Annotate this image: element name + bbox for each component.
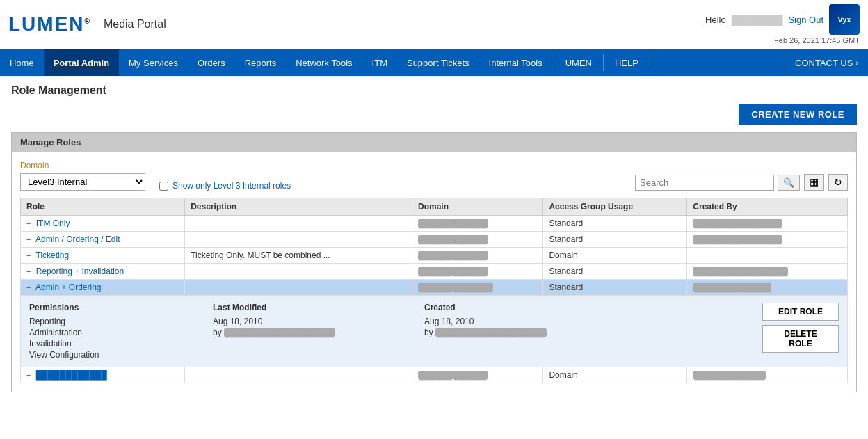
domain-section: Domain Level3 Internal External Other xyxy=(20,161,145,191)
page-content: Role Management CREATE NEW ROLE Manage R… xyxy=(0,76,868,401)
col-domain: Domain xyxy=(412,198,543,216)
col-description: Description xyxy=(185,198,412,216)
table-row: + Reporting + Invalidation ██████ ██████… xyxy=(21,264,848,280)
nav-network-tools[interactable]: Network Tools xyxy=(286,49,362,76)
top-header: LUMEN® Media Portal Hello ████████ Sign … xyxy=(0,0,868,49)
role-cell: + ITM Only xyxy=(21,216,185,232)
checkbox-area: Show only Level 3 Internal roles xyxy=(159,181,291,191)
nav-orders[interactable]: Orders xyxy=(188,49,235,76)
access-group-cell-partial: Domain xyxy=(543,367,687,383)
nav-my-services[interactable]: My Services xyxy=(119,49,188,76)
nav-separator-1 xyxy=(554,54,554,71)
role-link[interactable]: ITM Only xyxy=(36,218,70,228)
nav-portal-admin[interactable]: Portal Admin xyxy=(44,49,119,76)
right-controls: 🔍 ▦ ↻ xyxy=(635,174,848,191)
permission-administration: Administration xyxy=(29,328,210,337)
header-right: Hello ████████ Sign Out Vyx Feb 26, 2021… xyxy=(705,4,860,45)
manage-panel-header: Manage Roles xyxy=(12,133,856,152)
detail-row: Permissions Reporting Administration Inv… xyxy=(21,296,848,367)
create-btn-row: CREATE NEW ROLE xyxy=(11,104,857,125)
page-title: Role Management xyxy=(11,84,857,97)
logo: LUMEN® xyxy=(8,13,91,35)
description-cell xyxy=(185,280,412,296)
table-header: Role Description Domain Access Group Usa… xyxy=(21,198,848,216)
domain-cell: ██████ ██████ xyxy=(412,216,543,232)
nav-help[interactable]: HELP xyxy=(605,49,648,76)
domain-cell-partial: ██████ ██████ xyxy=(412,367,543,383)
permission-invalidation: Invalidation xyxy=(29,339,210,349)
last-modified-by: by ████████████████████ xyxy=(213,328,421,337)
refresh-button[interactable]: ↻ xyxy=(828,174,848,191)
role-cell: − Admin + Ordering xyxy=(21,280,185,296)
permissions-header: Permissions xyxy=(29,303,210,312)
table-body: + ITM Only ██████ ██████ Standard ██████… xyxy=(21,216,848,383)
create-new-role-button[interactable]: CREATE NEW ROLE xyxy=(739,104,857,125)
description-cell xyxy=(185,216,412,232)
nav-itm[interactable]: ITM xyxy=(362,49,397,76)
role-cell-partial: + ████████████ xyxy=(21,367,185,383)
role-link[interactable]: Reporting + Invalidation xyxy=(36,266,124,276)
domain-cell: ██████ ███████ xyxy=(412,280,543,296)
description-cell-partial xyxy=(185,367,412,383)
nav-reports[interactable]: Reports xyxy=(235,49,287,76)
header-user: Hello ████████ Sign Out Vyx xyxy=(705,4,860,35)
expand-icon[interactable]: + xyxy=(26,267,31,276)
delete-role-button[interactable]: DELETE ROLE xyxy=(762,325,839,353)
search-input[interactable] xyxy=(635,175,774,191)
detail-grid: Permissions Reporting Administration Inv… xyxy=(29,303,839,360)
role-cell: + Admin / Ordering / Edit xyxy=(21,232,185,248)
nav-support-tickets[interactable]: Support Tickets xyxy=(397,49,479,76)
last-modified-header: Last Modified xyxy=(213,303,421,312)
description-cell: Ticketing Only. MUST be combined ... xyxy=(185,248,412,264)
level3-checkbox[interactable] xyxy=(159,182,168,191)
nav-home[interactable]: Home xyxy=(0,49,44,76)
search-button[interactable]: 🔍 xyxy=(778,175,800,191)
description-cell xyxy=(185,264,412,280)
permission-view-config: View Configuration xyxy=(29,350,210,360)
role-link-partial[interactable]: ████████████ xyxy=(36,370,107,380)
role-link[interactable]: Ticketing xyxy=(36,250,70,260)
nav-umen[interactable]: UMEN xyxy=(556,49,602,76)
table-row-selected: − Admin + Ordering ██████ ███████ Standa… xyxy=(21,280,848,296)
created-by-cell: ██████████████ xyxy=(687,280,848,296)
expand-icon[interactable]: + xyxy=(26,251,31,260)
header-datetime: Feb 26, 2021 17:45 GMT xyxy=(774,36,860,45)
last-modified-date: Aug 18, 2010 xyxy=(213,317,421,326)
edit-role-button[interactable]: EDIT ROLE xyxy=(762,303,839,321)
role-link[interactable]: Admin + Ordering xyxy=(35,282,101,292)
nav-separator-2 xyxy=(603,54,604,71)
created-by-cell: ████████████████ xyxy=(687,232,848,248)
sign-out-link[interactable]: Sign Out xyxy=(788,15,823,25)
table-row: + ITM Only ██████ ██████ Standard ██████… xyxy=(21,216,848,232)
col-created-by: Created By xyxy=(687,198,848,216)
access-group-cell: Standard xyxy=(543,280,687,296)
grid-view-button[interactable]: ▦ xyxy=(804,174,824,191)
domain-cell: ██████ ██████ xyxy=(412,248,543,264)
left-controls: Domain Level3 Internal External Other Sh… xyxy=(20,161,291,191)
access-group-cell: Domain xyxy=(543,248,687,264)
created-by: by ████████████████████ xyxy=(424,328,633,337)
expand-icon[interactable]: + xyxy=(26,371,31,379)
created-header: Created xyxy=(424,303,633,312)
roles-table-wrapper: Role Description Domain Access Group Usa… xyxy=(20,198,848,383)
nav-contact-us[interactable]: CONTACT US › xyxy=(785,49,868,76)
manage-panel: Manage Roles Domain Level3 Internal Exte… xyxy=(11,132,857,392)
expand-icon[interactable]: + xyxy=(26,235,31,244)
expand-icon[interactable]: − xyxy=(26,283,31,292)
nav-separator-3 xyxy=(650,54,650,71)
nav-internal-tools[interactable]: Internal Tools xyxy=(479,49,552,76)
roles-table: Role Description Domain Access Group Usa… xyxy=(20,198,848,383)
last-modified-col: Last Modified Aug 18, 2010 by ██████████… xyxy=(213,303,421,360)
domain-cell: ██████ ██████ xyxy=(412,264,543,280)
table-row-partial: + ████████████ ██████ ██████ Domain ████… xyxy=(21,367,848,383)
col-access-group: Access Group Usage xyxy=(543,198,687,216)
access-group-cell: Standard xyxy=(543,216,687,232)
created-by-cell: █████████████████ xyxy=(687,264,848,280)
expand-icon[interactable]: + xyxy=(26,219,31,228)
manage-panel-body: Domain Level3 Internal External Other Sh… xyxy=(12,152,856,392)
role-link[interactable]: Admin / Ordering / Edit xyxy=(35,234,120,244)
domain-select[interactable]: Level3 Internal External Other xyxy=(20,173,145,191)
main-nav: Home Portal Admin My Services Orders Rep… xyxy=(0,49,868,76)
access-group-cell: Standard xyxy=(543,232,687,248)
created-date: Aug 18, 2010 xyxy=(424,317,633,326)
